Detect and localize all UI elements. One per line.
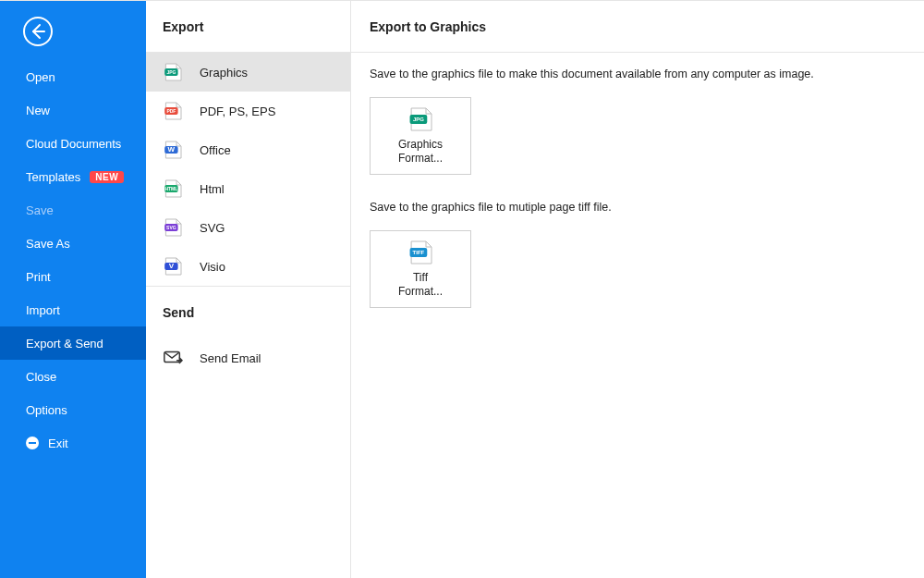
export-card-jpg[interactable]: JPG GraphicsFormat... — [370, 97, 471, 175]
export-card-label: TiffFormat... — [398, 271, 443, 299]
svg-text:SVG: SVG — [166, 225, 176, 230]
export-option-html[interactable]: HTML Html — [146, 169, 350, 208]
send-option-label: Send Email — [200, 351, 261, 365]
section-description: Save to the graphics file to make this d… — [370, 68, 906, 80]
backstage-nav: OpenNewCloud DocumentsTemplatesNEWSaveSa… — [0, 1, 146, 578]
svg-text:TIFF: TIFF — [413, 250, 425, 255]
nav-item-label: Import — [26, 303, 60, 317]
nav-item-label: Exit — [48, 437, 68, 450]
tiff-icon: TIFF — [407, 240, 433, 265]
nav-item-label: Export & Send — [26, 337, 103, 350]
nav-item-new[interactable]: New — [0, 93, 146, 127]
export-option-word[interactable]: W Office — [146, 130, 350, 169]
nav-item-print[interactable]: Print — [0, 260, 146, 293]
send-option-email[interactable]: Send Email — [146, 338, 350, 377]
export-option-visio[interactable]: V Visio — [146, 247, 350, 286]
nav-item-label: Cloud Documents — [26, 137, 121, 151]
email-icon — [163, 348, 183, 368]
nav-item-cloud-documents[interactable]: Cloud Documents — [0, 127, 146, 160]
jpg-icon: JPG — [163, 62, 183, 82]
export-option-label: SVG — [200, 221, 225, 235]
export-card-label: GraphicsFormat... — [398, 138, 443, 166]
svg-icon: SVG — [163, 217, 183, 238]
nav-item-templates[interactable]: TemplatesNEW — [0, 160, 146, 193]
nav-item-label: Save — [26, 203, 54, 217]
export-option-label: Html — [200, 182, 225, 196]
nav-item-label: Close — [26, 370, 56, 384]
visio-icon: V — [163, 256, 183, 277]
export-option-label: Graphics — [200, 66, 248, 80]
export-option-label: Visio — [200, 260, 225, 274]
export-option-label: PDF, PS, EPS — [200, 105, 275, 118]
export-category-panel: Export JPG Graphics PDF PDF, PS, EPS W O… — [146, 1, 351, 578]
svg-text:JPG: JPG — [166, 69, 176, 75]
nav-item-exit[interactable]: Exit — [0, 426, 146, 460]
nav-item-save: Save — [0, 193, 146, 227]
word-icon: W — [163, 140, 183, 160]
main-panel: Export to Graphics Save to the graphics … — [351, 1, 924, 578]
export-option-label: Office — [200, 143, 231, 157]
send-section-header: Send — [146, 287, 350, 338]
svg-text:V: V — [169, 262, 175, 270]
nav-item-options[interactable]: Options — [0, 393, 146, 426]
nav-item-close[interactable]: Close — [0, 360, 146, 393]
nav-item-open[interactable]: Open — [0, 60, 146, 93]
nav-item-label: Save As — [26, 237, 70, 251]
nav-item-label: Print — [26, 270, 51, 284]
export-section-header: Export — [146, 1, 350, 53]
nav-item-label: Open — [26, 70, 55, 84]
new-badge: NEW — [90, 171, 124, 183]
nav-item-label: Templates — [26, 170, 80, 184]
exit-icon — [26, 437, 39, 449]
back-button[interactable] — [22, 16, 54, 47]
jpg-icon: JPG — [407, 106, 433, 132]
nav-item-export-send[interactable]: Export & Send — [0, 326, 146, 360]
nav-item-import[interactable]: Import — [0, 293, 146, 326]
section-description: Save to the graphics file to mutiple pag… — [370, 201, 906, 214]
svg-text:HTML: HTML — [164, 186, 177, 191]
export-option-pdf[interactable]: PDF PDF, PS, EPS — [146, 92, 350, 130]
export-option-jpg[interactable]: JPG Graphics — [146, 53, 350, 92]
main-title: Export to Graphics — [351, 1, 924, 53]
svg-text:PDF: PDF — [166, 108, 176, 114]
html-icon: HTML — [163, 178, 183, 199]
export-card-tiff[interactable]: TIFF TiffFormat... — [370, 230, 471, 308]
svg-text:JPG: JPG — [413, 117, 424, 122]
nav-item-label: Options — [26, 403, 67, 417]
back-arrow-icon — [22, 16, 54, 47]
nav-item-save-as[interactable]: Save As — [0, 227, 146, 260]
svg-text:W: W — [168, 145, 176, 154]
export-option-svg[interactable]: SVG SVG — [146, 208, 350, 247]
pdf-icon: PDF — [163, 101, 183, 121]
nav-item-label: New — [26, 104, 50, 117]
